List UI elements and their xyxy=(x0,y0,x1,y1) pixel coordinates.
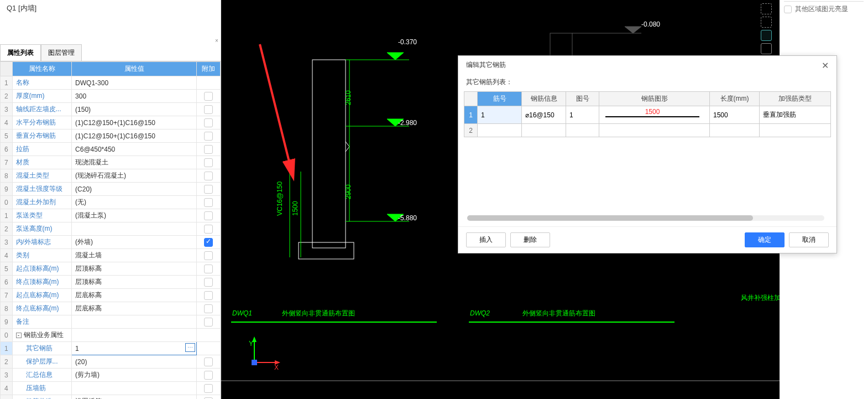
prop-value[interactable] xyxy=(72,315,197,329)
prop-name[interactable]: 水平分布钢筋 xyxy=(12,116,72,129)
extra-checkbox[interactable] xyxy=(204,397,213,400)
prop-name[interactable]: 终点底标高(m) xyxy=(12,302,72,315)
prop-name[interactable]: 内/外墙标志 xyxy=(12,236,72,249)
prop-value[interactable]: (无) xyxy=(72,196,197,209)
col-shape[interactable]: 钢筋图形 xyxy=(599,92,710,106)
extra-checkbox[interactable] xyxy=(204,265,213,273)
prop-name[interactable]: 压墙筋 xyxy=(12,382,72,395)
extra-checkbox[interactable] xyxy=(204,158,213,167)
extra-checkbox[interactable] xyxy=(204,291,213,300)
prop-name[interactable]: 泵送高度(m) xyxy=(12,222,72,236)
prop-name[interactable]: 备注 xyxy=(12,315,72,329)
prop-value[interactable]: (20) xyxy=(72,355,197,369)
extra-checkbox[interactable] xyxy=(204,251,213,260)
extra-checkbox[interactable] xyxy=(204,318,213,327)
prop-value[interactable]: 层底标高 xyxy=(72,289,197,302)
prop-name[interactable]: 拉筋 xyxy=(12,143,72,156)
col-type[interactable]: 加强筋类型 xyxy=(760,92,831,106)
extra-checkbox[interactable] xyxy=(204,357,213,366)
prop-value[interactable]: 300 xyxy=(72,90,197,103)
tab-properties[interactable]: 属性列表 xyxy=(0,44,41,61)
prop-value[interactable]: (外墙) xyxy=(72,236,197,249)
prop-value[interactable]: 层顶标高 xyxy=(72,262,197,276)
table-cell[interactable] xyxy=(566,124,599,137)
close-icon[interactable]: ✕ xyxy=(822,60,829,71)
extra-checkbox[interactable] xyxy=(204,384,213,393)
view-cube-icon[interactable] xyxy=(761,30,772,41)
prop-value[interactable]: 混凝土墙 xyxy=(72,249,197,262)
prop-value[interactable]: 设置插筋 xyxy=(72,395,197,400)
prop-value[interactable]: (剪力墙) xyxy=(72,369,197,382)
prop-value[interactable]: 层顶标高 xyxy=(72,276,197,289)
extra-checkbox[interactable] xyxy=(204,172,213,180)
extra-checkbox[interactable] xyxy=(204,278,213,287)
table-cell[interactable] xyxy=(710,124,760,137)
panel-close-icon[interactable]: × xyxy=(215,38,219,42)
prop-value[interactable]: 现浇混凝土 xyxy=(72,156,197,169)
prop-name[interactable]: 混凝土强度等级 xyxy=(12,183,72,196)
col-figure[interactable]: 图号 xyxy=(566,92,599,106)
prop-value[interactable]: 1⋯ xyxy=(72,342,197,355)
extra-checkbox[interactable] xyxy=(204,132,213,141)
table-cell[interactable]: 1 xyxy=(566,106,599,124)
table-cell[interactable] xyxy=(522,124,566,137)
prop-name[interactable]: 混凝土类型 xyxy=(12,169,72,183)
tab-layers[interactable]: 图层管理 xyxy=(41,44,82,61)
prop-value[interactable]: (现浇碎石混凝土) xyxy=(72,169,197,183)
prop-name[interactable]: -钢筋业务属性 xyxy=(12,329,72,342)
prop-name[interactable]: 终点顶标高(m) xyxy=(12,276,72,289)
prop-name[interactable]: 保护层厚... xyxy=(12,355,72,369)
prop-name[interactable]: 垂直分布钢筋 xyxy=(12,129,72,143)
prop-name[interactable]: 起点顶标高(m) xyxy=(12,262,72,276)
extra-checkbox[interactable] xyxy=(204,198,213,207)
zoom-extents-icon[interactable] xyxy=(761,17,772,28)
prop-name[interactable]: 轴线距左墙皮... xyxy=(12,103,72,116)
extra-checkbox[interactable] xyxy=(204,211,213,220)
extra-checkbox[interactable] xyxy=(204,105,213,114)
prop-name[interactable]: 起点底标高(m) xyxy=(12,289,72,302)
rebar-shape-cell[interactable]: 1500 xyxy=(599,106,710,124)
cancel-button[interactable]: 取消 xyxy=(789,232,829,247)
prop-name[interactable]: 类别 xyxy=(12,249,72,262)
prop-name[interactable]: 名称 xyxy=(12,76,72,90)
table-cell[interactable]: 1500 xyxy=(710,106,760,124)
prop-value[interactable] xyxy=(72,222,197,236)
insert-button[interactable]: 插入 xyxy=(466,232,506,247)
table-cell[interactable] xyxy=(478,124,522,137)
extra-checkbox[interactable] xyxy=(204,145,213,154)
col-length[interactable]: 长度(mm) xyxy=(710,92,760,106)
extra-checkbox[interactable] xyxy=(204,238,213,247)
prop-value[interactable] xyxy=(72,382,197,395)
prop-value[interactable]: (C20) xyxy=(72,183,197,196)
col-rebar-num[interactable]: 筋号 xyxy=(478,92,522,106)
prop-name[interactable]: 材质 xyxy=(12,156,72,169)
prop-value[interactable]: (1)C12@150+(1)C16@150 xyxy=(72,116,197,129)
prop-value[interactable]: DWQ1-300 xyxy=(72,76,197,90)
ok-button[interactable]: 确定 xyxy=(745,232,785,247)
extra-checkbox[interactable] xyxy=(204,92,213,101)
prop-name[interactable]: 混凝土外加剂 xyxy=(12,196,72,209)
prop-value[interactable]: (150) xyxy=(72,103,197,116)
prop-value[interactable]: (混凝土泵) xyxy=(72,209,197,222)
prop-name[interactable]: 泵送类型 xyxy=(12,209,72,222)
delete-button[interactable]: 删除 xyxy=(510,232,550,247)
table-cell[interactable]: 垂直加强筋 xyxy=(760,106,831,124)
extra-checkbox[interactable] xyxy=(204,371,213,380)
prop-value[interactable]: C6@450*450 xyxy=(72,143,197,156)
extra-checkbox[interactable] xyxy=(204,118,213,127)
rebar-shape-cell[interactable] xyxy=(599,124,710,137)
highlight-checkbox[interactable] xyxy=(784,6,792,13)
prop-name[interactable]: 其它钢筋 xyxy=(12,342,72,355)
prop-value[interactable]: 层底标高 xyxy=(72,302,197,315)
col-rebar-info[interactable]: 钢筋信息 xyxy=(522,92,566,106)
extra-checkbox[interactable] xyxy=(204,185,213,194)
table-cell[interactable]: ⌀16@150 xyxy=(522,106,566,124)
table-cell[interactable]: 1 xyxy=(478,106,522,124)
prop-value[interactable] xyxy=(72,329,197,342)
dialog-scrollbar[interactable] xyxy=(467,215,824,221)
edit-more-icon[interactable]: ⋯ xyxy=(185,343,195,352)
prop-name[interactable]: 纵筋构造 xyxy=(12,395,72,400)
view-menu-icon[interactable] xyxy=(761,43,772,54)
fit-view-icon[interactable] xyxy=(761,3,772,14)
prop-name[interactable]: 汇总信息 xyxy=(12,369,72,382)
